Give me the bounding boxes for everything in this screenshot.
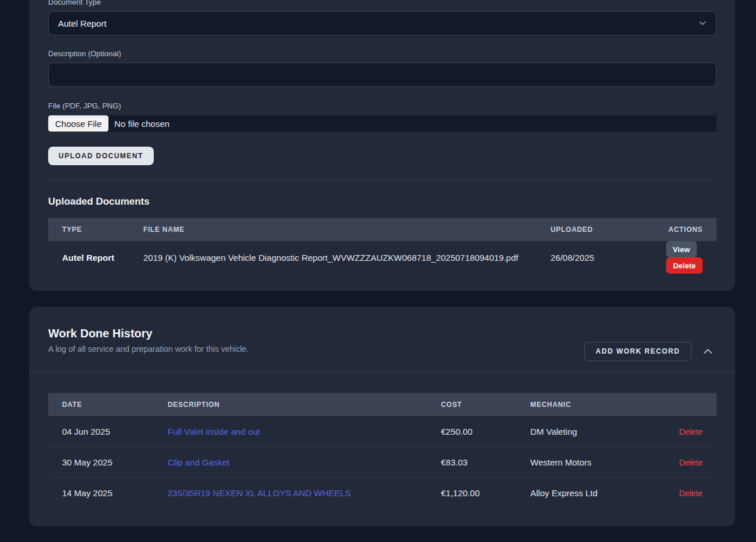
- work-history-table: DATE DESCRIPTION COST MECHANIC 04 Jun 20…: [48, 393, 717, 508]
- choose-file-button[interactable]: Choose File: [48, 115, 108, 132]
- chevron-up-icon: [701, 344, 715, 358]
- document-type-select[interactable]: Autel Report: [48, 11, 717, 35]
- document-type-cell: Autel Report: [48, 253, 129, 263]
- section-divider: [48, 180, 716, 180]
- description-label: Description (Optional): [48, 49, 716, 59]
- document-upload-card: Document Type Autel Report Description (…: [29, 0, 735, 291]
- work-description-link[interactable]: Clip and Gasket: [168, 457, 230, 467]
- add-work-record-button[interactable]: ADD WORK RECORD: [584, 342, 692, 361]
- work-mechanic-cell: Western Motors: [516, 457, 653, 467]
- table-row: 30 May 2025 Clip and Gasket €83.03 Weste…: [48, 447, 717, 478]
- work-description-link[interactable]: Full Valet inside and out: [168, 427, 260, 436]
- document-type-label: Document Type: [48, 0, 716, 7]
- file-label: File (PDF, JPG, PNG): [48, 101, 716, 111]
- uploaded-documents-title: Uploaded Documents: [48, 195, 716, 208]
- column-header-description: DESCRIPTION: [154, 401, 427, 409]
- file-chosen-status: No file chosen: [114, 119, 169, 129]
- column-header-cost: COST: [427, 401, 516, 409]
- document-actions-cell: View Delete: [635, 241, 717, 274]
- work-date-cell: 14 May 2025: [48, 488, 154, 498]
- work-date-cell: 30 May 2025: [48, 457, 154, 467]
- work-cost-cell: €1,120.00: [427, 488, 516, 498]
- work-mechanic-cell: Alloy Express Ltd: [516, 488, 653, 498]
- work-mechanic-cell: DM Valeting: [516, 427, 653, 436]
- work-date-cell: 04 Jun 2025: [48, 427, 154, 436]
- delete-document-button[interactable]: Delete: [666, 257, 703, 274]
- work-cost-cell: €250.00: [427, 427, 516, 436]
- delete-work-record-link[interactable]: Delete: [679, 489, 703, 498]
- column-header-type: TYPE: [48, 225, 129, 234]
- work-history-header: Work Done History A log of all service a…: [29, 307, 735, 373]
- column-header-date: DATE: [48, 401, 154, 409]
- column-header-actions: ACTIONS: [635, 225, 717, 234]
- collapse-section-button[interactable]: [700, 343, 716, 359]
- table-row: 14 May 2025 235/35R19 NEXEN XL ALLOYS AN…: [48, 478, 717, 508]
- chevron-down-icon: [697, 18, 708, 28]
- work-history-header-actions: ADD WORK RECORD: [584, 330, 716, 372]
- delete-work-record-link[interactable]: Delete: [679, 427, 703, 436]
- work-history-title: Work Done History: [48, 326, 249, 341]
- work-description-link[interactable]: 235/35R19 NEXEN XL ALLOYS AND WHEELS: [168, 488, 350, 498]
- description-input[interactable]: [48, 63, 717, 87]
- view-document-button[interactable]: View: [666, 241, 697, 257]
- table-row: Autel Report 2019 (K) Volkswagen Vehicle…: [48, 241, 717, 273]
- column-header-file-name: FILE NAME: [129, 225, 537, 234]
- column-header-mechanic: MECHANIC: [516, 401, 653, 409]
- work-cost-cell: €83.03: [427, 457, 516, 467]
- table-row: 04 Jun 2025 Full Valet inside and out €2…: [48, 416, 717, 447]
- delete-work-record-link[interactable]: Delete: [679, 458, 703, 467]
- document-file-name-cell: 2019 (K) Volkswagen Vehicle Diagnostic R…: [129, 253, 537, 263]
- work-history-body: DATE DESCRIPTION COST MECHANIC 04 Jun 20…: [29, 373, 735, 526]
- uploaded-documents-table-header: TYPE FILE NAME UPLOADED ACTIONS: [48, 218, 717, 241]
- uploaded-documents-table: TYPE FILE NAME UPLOADED ACTIONS Autel Re…: [48, 218, 717, 273]
- work-history-table-header: DATE DESCRIPTION COST MECHANIC: [48, 393, 717, 416]
- upload-document-button[interactable]: UPLOAD DOCUMENT: [48, 147, 154, 165]
- document-type-selected-value: Autel Report: [58, 19, 106, 28]
- document-uploaded-date-cell: 26/08/2025: [537, 253, 635, 263]
- work-done-history-card: Work Done History A log of all service a…: [29, 307, 735, 526]
- file-input[interactable]: Choose File No file chosen: [48, 115, 717, 132]
- column-header-uploaded: UPLOADED: [537, 225, 635, 234]
- work-history-subtitle: A log of all service and preparation wor…: [48, 344, 249, 354]
- work-history-titles: Work Done History A log of all service a…: [48, 326, 249, 372]
